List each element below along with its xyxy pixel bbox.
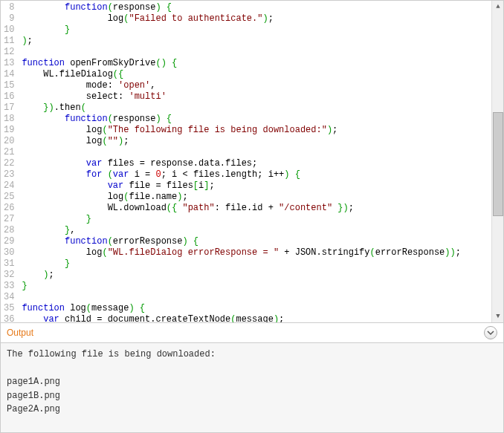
code-line[interactable]: log(file.name); <box>22 192 488 203</box>
output-line: page1A.png <box>7 375 497 389</box>
line-number: 27 <box>4 214 14 225</box>
code-line[interactable]: } <box>22 281 488 292</box>
line-number: 31 <box>4 258 14 270</box>
output-panel-body[interactable]: The following file is being downloaded: … <box>1 343 503 432</box>
code-content[interactable]: function(response) { log("Failed to auth… <box>19 1 491 322</box>
line-number: 25 <box>4 192 14 203</box>
code-line[interactable]: select: 'multi' <box>22 91 488 102</box>
code-line[interactable]: log("Failed to authenticate."); <box>22 13 488 25</box>
code-line[interactable]: ); <box>22 36 488 47</box>
line-number: 29 <box>4 236 14 247</box>
line-number: 20 <box>4 136 14 147</box>
code-line[interactable] <box>22 147 488 158</box>
line-number: 13 <box>4 58 14 69</box>
code-line[interactable]: var child = document.createTextNode(mess… <box>22 314 488 323</box>
code-line[interactable]: WL.fileDialog({ <box>22 69 488 80</box>
code-line[interactable]: WL.download({ "path": file.id + "/conten… <box>22 203 488 214</box>
line-number: 32 <box>4 270 14 281</box>
code-line[interactable]: }, <box>22 225 488 236</box>
output-panel-header: Output <box>1 323 503 343</box>
line-number: 10 <box>4 25 14 36</box>
vertical-scrollbar[interactable]: ▲ ▼ <box>491 1 503 322</box>
code-line[interactable] <box>22 47 488 58</box>
line-number: 26 <box>4 203 14 214</box>
line-number: 11 <box>4 36 14 47</box>
code-line[interactable]: }).then( <box>22 102 488 114</box>
line-number: 17 <box>4 102 14 114</box>
output-line <box>7 362 497 376</box>
line-number: 16 <box>4 91 14 102</box>
line-number: 9 <box>4 13 14 25</box>
output-line: page1B.png <box>7 389 497 403</box>
code-line[interactable]: function(response) { <box>22 114 488 125</box>
code-line[interactable]: log("The following file is being downloa… <box>22 125 488 136</box>
line-number: 8 <box>4 2 14 13</box>
line-number: 36 <box>4 314 14 323</box>
line-number: 24 <box>4 180 14 192</box>
line-number: 28 <box>4 225 14 236</box>
code-line[interactable]: log(""); <box>22 136 488 147</box>
code-line[interactable]: function openFromSkyDrive() { <box>22 58 488 69</box>
code-line[interactable]: for (var i = 0; i < files.length; i++) { <box>22 169 488 180</box>
code-line[interactable]: } <box>22 258 488 270</box>
code-line[interactable]: mode: 'open', <box>22 80 488 91</box>
code-line[interactable] <box>22 292 488 303</box>
code-line[interactable]: function log(message) { <box>22 303 488 314</box>
collapse-output-button[interactable] <box>484 326 497 339</box>
line-number: 22 <box>4 158 14 169</box>
code-line[interactable]: ); <box>22 270 488 281</box>
code-editor[interactable]: 8910111213141516171819202122232425262728… <box>1 1 503 323</box>
line-number: 23 <box>4 169 14 180</box>
scrollbar-thumb[interactable] <box>493 112 503 216</box>
code-line[interactable]: var file = files[i]; <box>22 180 488 192</box>
code-line[interactable]: function(errorResponse) { <box>22 236 488 247</box>
line-number-gutter: 8910111213141516171819202122232425262728… <box>1 1 19 322</box>
editor-container: 8910111213141516171819202122232425262728… <box>0 0 504 433</box>
line-number: 19 <box>4 125 14 136</box>
code-line[interactable]: var files = response.data.files; <box>22 158 488 169</box>
chevron-down-icon <box>487 329 494 336</box>
output-line: The following file is being downloaded: <box>7 348 497 362</box>
line-number: 30 <box>4 247 14 258</box>
code-line[interactable]: } <box>22 25 488 36</box>
scroll-down-arrow[interactable]: ▼ <box>492 310 503 322</box>
line-number: 12 <box>4 47 14 58</box>
line-number: 14 <box>4 69 14 80</box>
line-number: 15 <box>4 80 14 91</box>
code-line[interactable]: } <box>22 214 488 225</box>
line-number: 21 <box>4 147 14 158</box>
line-number: 33 <box>4 281 14 292</box>
code-line[interactable]: function(response) { <box>22 2 488 13</box>
output-line: Page2A.png <box>7 403 497 417</box>
line-number: 34 <box>4 292 14 303</box>
code-line[interactable]: log("WL.fileDialog errorResponse = " + J… <box>22 247 488 258</box>
line-number: 35 <box>4 303 14 314</box>
output-title: Output <box>7 328 33 338</box>
scroll-up-arrow[interactable]: ▲ <box>492 1 503 13</box>
line-number: 18 <box>4 114 14 125</box>
